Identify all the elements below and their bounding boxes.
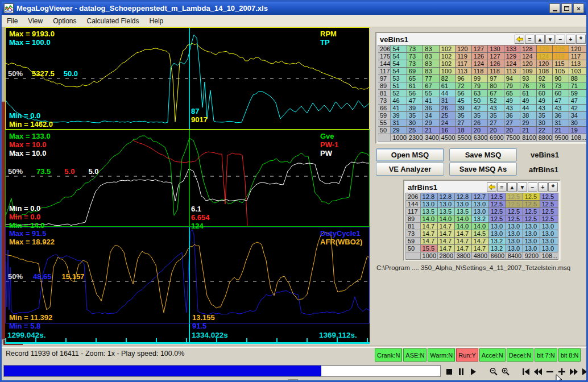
equals-icon[interactable]: =	[497, 182, 507, 192]
ve-cell[interactable]: 30	[569, 119, 587, 127]
ve-cell[interactable]: 50	[471, 97, 487, 105]
ve-cell[interactable]: 126	[488, 60, 504, 68]
afr-cell[interactable]: 14.7	[420, 223, 437, 230]
star-icon[interactable]: *	[576, 35, 586, 44]
afr-cell[interactable]: 12.5	[540, 193, 558, 201]
ve-cell[interactable]: 44	[520, 105, 536, 112]
ve-cell[interactable]: 39	[407, 105, 423, 112]
up-arrow-icon[interactable]: ▲	[507, 182, 517, 192]
afr-cell[interactable]: 14.7	[420, 230, 437, 238]
ve-cell[interactable]: 21	[520, 127, 536, 134]
ve-cell[interactable]: 83	[423, 68, 439, 75]
afr-cell[interactable]: 13.0	[540, 238, 558, 245]
menu-file[interactable]: File	[2, 17, 23, 25]
ve-cell[interactable]: 21	[553, 127, 569, 134]
equals-icon[interactable]: =	[525, 35, 535, 44]
afr-cell[interactable]: 13.0	[488, 223, 506, 230]
play-button[interactable]	[469, 367, 478, 377]
ve-cell[interactable]: 25	[407, 127, 423, 134]
afr-cell[interactable]: 14.7	[437, 238, 454, 245]
afr-cell[interactable]: 12.8	[454, 193, 471, 201]
ve-cell[interactable]: 54	[391, 68, 407, 75]
ve-cell[interactable]: 65	[504, 90, 520, 97]
afr-cell[interactable]: 13.0	[454, 201, 471, 208]
afr-cell[interactable]: 14.0	[454, 215, 471, 223]
ve-cell[interactable]: 129	[504, 53, 520, 60]
indicator-run-y[interactable]: Run:Y	[456, 348, 478, 362]
ve-cell[interactable]: 20	[504, 127, 520, 134]
ve-cell[interactable]: 83	[423, 45, 439, 53]
ve-cell[interactable]: 120	[569, 45, 587, 53]
ve-cell[interactable]: 42	[569, 105, 587, 112]
ve-cell[interactable]: 43	[553, 105, 569, 112]
ve-cell[interactable]: 56	[407, 90, 423, 97]
ve-cell[interactable]: 55	[423, 90, 439, 97]
ve-cell[interactable]: 80	[488, 82, 504, 90]
rewind-button[interactable]	[533, 367, 543, 377]
ve-cell[interactable]: 27	[488, 119, 504, 127]
ve-cell[interactable]: 35	[407, 112, 423, 119]
afr-cell[interactable]: 12.5	[523, 208, 540, 215]
ve-cell[interactable]: 73	[407, 45, 423, 53]
ve-cell[interactable]: 60	[553, 90, 569, 97]
ve-cell[interactable]: 30	[536, 119, 552, 127]
ve-cell[interactable]: 128	[520, 45, 536, 53]
ve-cell[interactable]: 90	[553, 75, 569, 82]
afr-cell[interactable]: 13.0	[523, 223, 540, 230]
afr-cell[interactable]: 12.5	[540, 201, 558, 208]
afr-cell[interactable]: 12.5	[488, 193, 506, 201]
afr-cell[interactable]: 13.2	[488, 245, 506, 252]
ve-cell[interactable]: 73	[407, 60, 423, 68]
afr-cell[interactable]: 13.0	[523, 230, 540, 238]
ve-cell[interactable]: 59	[569, 90, 587, 97]
plus-icon[interactable]: +	[538, 182, 548, 192]
ve-cell[interactable]: 52	[488, 97, 504, 105]
ve-cell[interactable]: 103	[569, 68, 587, 75]
ve-cell[interactable]: 88	[569, 75, 587, 82]
ve-cell[interactable]: 29	[423, 119, 439, 127]
ve-cell[interactable]: 108	[536, 68, 552, 75]
close-button[interactable]: ×	[573, 3, 584, 13]
ve-cell[interactable]: 35	[488, 112, 504, 119]
ve-cell[interactable]: 120	[536, 60, 552, 68]
indicator-bit-8-n[interactable]: bit 8:N	[558, 348, 581, 362]
ve-cell[interactable]: 44	[439, 90, 455, 97]
afr-cell[interactable]: 12.5	[506, 215, 523, 223]
ve-cell[interactable]: 24	[439, 119, 455, 127]
afr-cell[interactable]: 13.0	[471, 201, 488, 208]
afr-cell[interactable]: 13.0	[420, 201, 437, 208]
afr-cell[interactable]: 14.7	[454, 245, 471, 252]
ve-cell[interactable]: 120	[520, 60, 536, 68]
ve-cell[interactable]: 19	[569, 127, 587, 134]
ve-cell[interactable]: 16	[439, 127, 455, 134]
ve-cell[interactable]: 76	[536, 82, 552, 90]
playback-progress-bar[interactable]	[3, 365, 441, 377]
ve-cell[interactable]: 49	[520, 97, 536, 105]
ve-cell[interactable]: 34	[423, 112, 439, 119]
ve-cell[interactable]: 35	[536, 112, 552, 119]
afr-cell[interactable]: 13.0	[540, 230, 558, 238]
ve-cell[interactable]: 113	[504, 68, 520, 75]
ve-cell[interactable]: 18	[456, 127, 471, 134]
afr-cell[interactable]: 12.5	[523, 193, 540, 201]
afr-cell[interactable]: 12.5	[540, 215, 558, 223]
ve-cell[interactable]: 109	[520, 68, 536, 75]
afr-cell[interactable]: 12.5	[506, 201, 523, 208]
ve-cell[interactable]: 124	[504, 60, 520, 68]
afr-cell[interactable]: 13.0	[506, 245, 523, 252]
ve-cell[interactable]: 67	[423, 82, 439, 90]
ve-cell[interactable]: 39	[456, 105, 471, 112]
ve-cell[interactable]: 117	[456, 60, 471, 68]
afr-cell[interactable]: 13.0	[523, 238, 540, 245]
afr-cell[interactable]: 13.2	[471, 215, 488, 223]
afr-cell[interactable]: 13.0	[506, 223, 523, 230]
stop-button[interactable]	[445, 367, 454, 377]
ve-cell[interactable]: 97	[488, 75, 504, 82]
indicator-warm-n[interactable]: Warm:N	[428, 348, 455, 362]
ve-cell[interactable]: 26	[439, 105, 455, 112]
ve-cell[interactable]: 31	[439, 97, 455, 105]
ve-cell[interactable]: 38	[520, 112, 536, 119]
ve-cell[interactable]: 36	[553, 112, 569, 119]
star-icon[interactable]: *	[548, 182, 558, 192]
ve-cell[interactable]: 113	[569, 60, 587, 68]
